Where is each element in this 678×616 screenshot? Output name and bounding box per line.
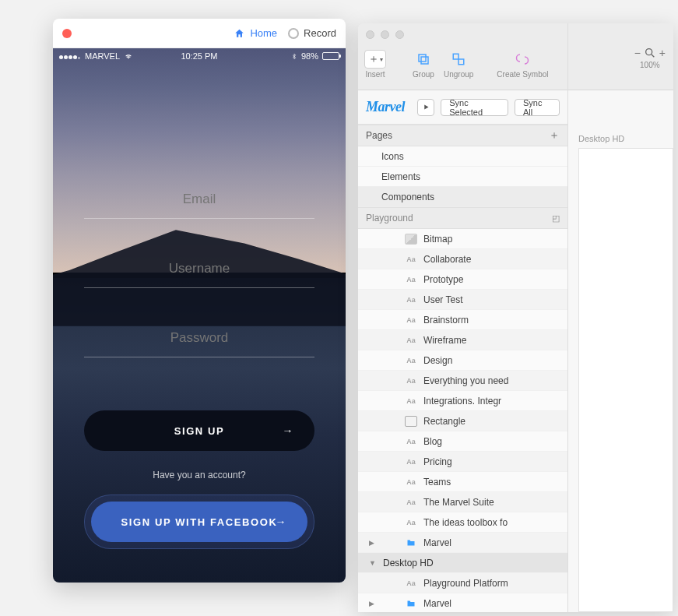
traffic-zoom[interactable] <box>395 30 404 39</box>
layer-label: Bitmap <box>423 234 452 245</box>
disclosure-triangle-icon[interactable]: ▶ <box>369 600 377 607</box>
play-button[interactable] <box>417 99 434 116</box>
text-layer-icon: Aa <box>405 375 417 386</box>
artboard-header-label: Playground <box>366 213 413 224</box>
traffic-minimize[interactable] <box>381 30 389 39</box>
text-layer-icon: Aa <box>405 497 417 508</box>
traffic-lights <box>358 23 567 45</box>
artboard-frame-icon: ◰ <box>552 213 560 224</box>
home-link[interactable]: Home <box>234 27 277 39</box>
layer-row[interactable]: AaThe Marvel Suite <box>358 492 567 512</box>
password-field[interactable] <box>84 319 314 357</box>
layer-row[interactable]: AaEverything you need <box>358 371 567 391</box>
window-close-button[interactable] <box>62 29 72 38</box>
zoom-control[interactable]: − + 100% <box>634 47 666 69</box>
page-item[interactable]: Elements <box>358 167 567 187</box>
record-icon <box>288 28 299 39</box>
main-toolbar: ＋▾ Insert Group Ungroup C <box>358 45 567 90</box>
email-field[interactable] <box>84 181 314 219</box>
layer-label: Design <box>423 355 452 366</box>
arrow-right-icon: → <box>282 424 294 437</box>
insert-button[interactable]: ＋▾ Insert <box>360 47 391 82</box>
traffic-close[interactable] <box>366 30 374 39</box>
layer-row[interactable]: AaDesign <box>358 350 567 371</box>
layer-row[interactable]: Rectangle <box>358 411 567 431</box>
folder-icon <box>405 537 417 548</box>
layer-row[interactable]: ▶Marvel <box>358 593 567 612</box>
ungroup-button[interactable]: Ungroup <box>439 47 478 82</box>
layer-row[interactable]: AaIntegrations. Integr <box>358 391 567 411</box>
layer-row[interactable]: AaPrototype <box>358 269 567 290</box>
pages-header: Pages ＋ <box>358 125 567 146</box>
layer-label: The Marvel Suite <box>423 497 494 508</box>
group-icon <box>413 50 434 69</box>
layer-row[interactable]: AaBlog <box>358 431 567 452</box>
signup-facebook-button[interactable]: SIGN UP WITH FACEBOOK → <box>91 502 307 542</box>
svg-point-4 <box>645 49 652 55</box>
home-icon <box>234 28 245 39</box>
text-layer-icon: Aa <box>405 477 417 488</box>
layer-label: Prototype <box>423 274 463 285</box>
record-link[interactable]: Record <box>288 27 336 39</box>
text-layer-icon: Aa <box>405 396 417 407</box>
tool-right-panel: − + 100% Desktop HD <box>568 23 673 612</box>
layer-row[interactable]: AaBrainstorm <box>358 310 567 330</box>
signup-button-label: SIGN UP <box>174 425 225 437</box>
facebook-button-highlight: SIGN UP WITH FACEBOOK → <box>84 495 314 549</box>
layer-row[interactable]: AaUser Test <box>358 290 567 310</box>
zoom-out-icon[interactable]: − <box>634 47 641 59</box>
have-account-text: Have you an account? <box>153 470 245 480</box>
sync-selected-button[interactable]: Sync Selected <box>441 99 508 116</box>
home-label: Home <box>250 27 277 39</box>
layer-row[interactable]: AaPlayground Platform <box>358 573 567 593</box>
text-layer-icon: Aa <box>405 335 417 346</box>
layer-row[interactable]: Bitmap <box>358 229 567 249</box>
svg-rect-1 <box>421 57 428 64</box>
text-layer-icon: Aa <box>405 436 417 447</box>
layer-row[interactable]: AaTeams <box>358 472 567 492</box>
zoom-in-icon[interactable]: + <box>659 47 666 59</box>
layer-label: Pricing <box>423 456 452 467</box>
text-layer-icon: Aa <box>405 294 417 305</box>
artboard-name-label[interactable]: Desktop HD <box>578 134 624 143</box>
marvel-logo: Marvel <box>366 99 405 115</box>
layer-row[interactable]: AaWireframe <box>358 330 567 350</box>
add-page-button[interactable]: ＋ <box>549 128 560 143</box>
create-symbol-label: Create Symbol <box>497 70 548 79</box>
text-layer-icon: Aa <box>405 517 417 528</box>
mobile-titlebar: Home Record <box>53 19 346 48</box>
carrier-label: MARVEL <box>85 51 120 61</box>
plugin-row: Marvel Sync Selected Sync All <box>358 90 567 125</box>
group-button[interactable]: Group <box>408 47 439 82</box>
layer-row[interactable]: AaPricing <box>358 452 567 472</box>
disclosure-triangle-icon[interactable]: ▼ <box>369 559 377 567</box>
layer-label: Marvel <box>423 598 451 609</box>
signup-button[interactable]: SIGN UP → <box>84 410 314 451</box>
text-layer-icon: Aa <box>405 315 417 326</box>
layer-row[interactable]: AaThe ideas toolbox fo <box>358 512 567 533</box>
create-symbol-button[interactable]: Create Symbol <box>492 47 553 82</box>
magnifier-icon <box>644 47 656 59</box>
battery-pct-label: 98% <box>301 51 318 61</box>
text-layer-icon: Aa <box>405 274 417 285</box>
username-field[interactable] <box>84 250 314 288</box>
ungroup-icon <box>448 50 469 69</box>
page-item[interactable]: Components <box>358 187 567 207</box>
wifi-icon <box>124 53 133 60</box>
design-tool-window: ＋▾ Insert Group Ungroup C <box>358 23 673 612</box>
canvas-area[interactable]: Desktop HD <box>568 90 673 612</box>
page-item[interactable]: Icons <box>358 146 567 167</box>
artboard[interactable] <box>578 148 673 612</box>
layer-row[interactable]: ▶Marvel <box>358 533 567 553</box>
layer-label: Playground Platform <box>423 578 508 589</box>
mobile-preview-window: Home Record MARVEL 10:25 PM 98% <box>53 19 346 583</box>
layer-row[interactable]: AaCollaborate <box>358 249 567 269</box>
layer-label: Integrations. Integr <box>423 396 501 407</box>
sync-all-button[interactable]: Sync All <box>515 99 560 116</box>
toolbar-right: − + 100% <box>568 23 673 90</box>
layer-list: BitmapAaCollaborateAaPrototypeAaUser Tes… <box>358 229 567 612</box>
disclosure-triangle-icon[interactable]: ▶ <box>369 539 377 547</box>
symbol-icon <box>511 50 533 69</box>
signup-facebook-label: SIGN UP WITH FACEBOOK <box>121 516 278 528</box>
layer-group-header[interactable]: ▼Desktop HD <box>358 553 567 573</box>
